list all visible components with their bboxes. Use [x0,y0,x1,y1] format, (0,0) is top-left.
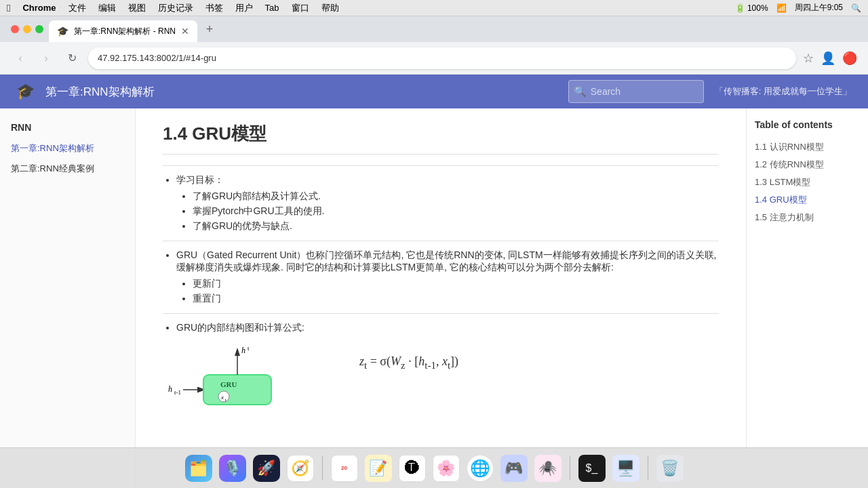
dock-siri[interactable]: 🎙️ [218,453,248,483]
svg-marker-6 [235,348,240,356]
apple-menu[interactable]:  [7,2,10,14]
dock-notes[interactable]: 📝 [363,453,393,483]
toc-item-3[interactable]: 1.3 LSTM模型 [755,174,860,191]
clock: 周四上午9:05 [795,2,843,14]
formula-display: zt = σ(Wz · [ht-1, xt]) [359,341,458,371]
divider-1 [163,165,719,166]
menu-bar-right: 🔋 100% 📶 周四上午9:05 🔍 [735,2,861,14]
toc-title: Table of contents [755,119,860,130]
battery-status: 🔋 100% [735,3,768,13]
toc-item-2[interactable]: 1.2 传统RNN模型 [755,156,860,174]
dock-calendar[interactable]: 20 [330,453,359,483]
search-menu-icon[interactable]: 🔍 [851,3,861,13]
calendar-icon: 20 [331,455,358,482]
forward-button[interactable]: › [37,49,56,68]
header-search-input[interactable] [568,80,704,103]
bookmark-icon[interactable]: ☆ [803,51,814,66]
dock-launchpad[interactable]: 🚀 [252,453,281,483]
sidebar: RNN 第一章:RNN架构解析 第二章:RNN经典案例 [0,108,136,488]
tab-close-button[interactable]: ✕ [181,26,189,37]
profile-icon[interactable]: 👤 [821,51,835,66]
qvwm-icon: 🖥️ [612,455,639,482]
menu-tab[interactable]: Tab [265,3,279,13]
menu-chrome[interactable]: Chrome [22,3,56,13]
toc-item-1[interactable]: 1.1 认识RNN模型 [755,138,860,156]
finder-icon: 🗂️ [185,455,212,482]
dock-trash[interactable]: 🗑️ [655,453,685,483]
dock-terminal[interactable]: $_ [577,453,607,483]
spider-icon: 🕷️ [534,455,561,482]
dock-gamepad[interactable]: 🎮 [499,453,529,483]
objective-3: 了解GRU的优势与缺点. [193,220,719,232]
site-logo-icon: 🎓 [16,83,35,100]
terminal-icon: $_ [578,455,606,482]
maximize-button[interactable] [35,25,43,33]
site-header: 🎓 第一章:RNN架构解析 🔍 「传智播客: 用爱成就每一位学生」 [0,75,868,108]
url-bar[interactable] [88,47,796,69]
content-area: 1.4 GRU模型 学习目标： 了解GRU内部结构及计算公式. 掌握Pytorc… [136,108,746,488]
extension-icon[interactable]: 🔴 [842,51,857,66]
svg-rect-3 [203,375,271,405]
dock-qvwm[interactable]: 🖥️ [611,453,641,483]
menu-history[interactable]: 历史记录 [158,2,193,14]
siri-icon: 🎙️ [219,455,246,482]
sidebar-item-chapter1[interactable]: 第一章:RNN架构解析 [0,138,135,159]
dock-chrome[interactable]: 🌐 [465,453,495,483]
chrome-dock-icon: 🌐 [467,455,494,482]
site-title: 第一章:RNN架构解析 [45,84,557,100]
gamepad-icon: 🎮 [500,455,528,482]
menu-bookmarks[interactable]: 书签 [205,2,223,14]
header-search-wrap: 🔍 [568,80,704,103]
svg-text:t: t [248,345,250,352]
svg-text:t: t [225,397,226,403]
toc-item-4[interactable]: 1.4 GRU模型 [755,191,860,209]
objectives-header: 学习目标： [176,174,719,186]
dock-spider[interactable]: 🕷️ [533,453,563,483]
svg-text:h: h [168,384,172,394]
reload-button[interactable]: ↻ [62,49,81,68]
minimize-button[interactable] [23,25,31,33]
header-promo-text: 「传智播客: 用爱成就每一位学生」 [715,85,852,98]
dock-finder[interactable]: 🗂️ [184,453,214,483]
dock-textedit[interactable]: 🅣 [397,453,427,483]
launchpad-icon: 🚀 [253,455,280,482]
menu-window[interactable]: 窗口 [292,2,309,14]
dock-safari[interactable]: 🧭 [285,453,315,483]
diagram-area: h t-1 GRU h t x t [163,341,719,422]
back-button[interactable]: ‹ [11,49,30,68]
divider-2 [163,241,719,241]
reset-gate: 重置门 [193,293,719,305]
svg-text:GRU: GRU [220,380,237,388]
close-button[interactable] [11,25,19,33]
address-bar: ‹ › ↻ ☆ 👤 🔴 [0,42,868,75]
section-gru-desc: GRU（Gated Recurrent Unit）也称门控循环单元结构, 它也是… [163,249,719,305]
header-search-icon: 🔍 [574,85,587,98]
objective-1: 了解GRU内部结构及计算公式. [193,190,719,203]
chrome-window: 🎓 第一章:RNN架构解析 - RNN ✕ + ‹ › ↻ ☆ 👤 🔴 🎓 第一… [0,16,868,488]
page-title: 1.4 GRU模型 [163,122,719,155]
divider-3 [163,313,719,314]
new-tab-button[interactable]: + [200,20,219,39]
trash-icon: 🗑️ [656,455,684,482]
menu-user[interactable]: 用户 [235,2,253,14]
toc-item-5[interactable]: 1.5 注意力机制 [755,209,860,226]
window-controls [5,16,49,42]
menu-file[interactable]: 文件 [68,2,86,14]
toc-panel: Table of contents 1.1 认识RNN模型 1.2 传统RNN模… [746,108,868,488]
sidebar-item-chapter2[interactable]: 第二章:RNN经典案例 [0,159,135,179]
dock-photos[interactable]: 🌸 [431,453,461,483]
menu-edit[interactable]: 编辑 [98,2,116,14]
update-gate: 更新门 [193,278,719,290]
dock-separator-1 [322,456,323,481]
active-tab[interactable]: 🎓 第一章:RNN架构解析 - RNN ✕ [49,20,197,42]
svg-text:h: h [241,346,245,355]
dock-separator-3 [648,456,648,481]
menu-view[interactable]: 视图 [128,2,146,14]
gru-diagram: h t-1 GRU h t x t [163,341,332,422]
svg-point-9 [218,391,229,402]
menu-help[interactable]: 帮助 [321,2,339,14]
section-objectives: 学习目标： 了解GRU内部结构及计算公式. 掌握Pytorch中GRU工具的使用… [163,174,719,232]
tab-icon: 🎓 [57,26,68,37]
gru-description: GRU（Gated Recurrent Unit）也称门控循环单元结构, 它也是… [176,249,719,274]
photos-icon: 🌸 [433,455,460,482]
